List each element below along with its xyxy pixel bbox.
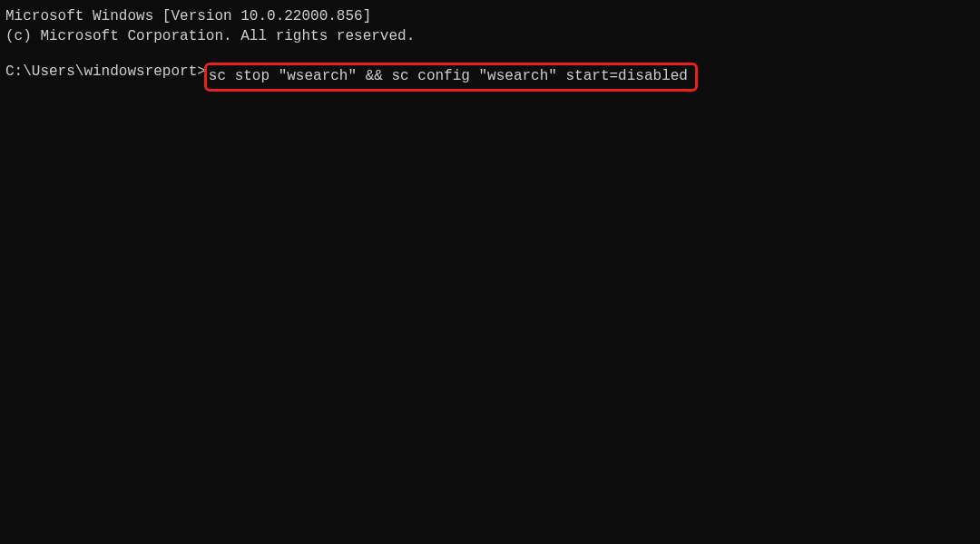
version-banner-line2: (c) Microsoft Corporation. All rights re… [5, 27, 975, 47]
version-banner-line1: Microsoft Windows [Version 10.0.22000.85… [5, 7, 975, 27]
command-line[interactable]: C:\Users\windowsreport>sc stop "wsearch"… [5, 63, 975, 92]
terminal-window[interactable]: Microsoft Windows [Version 10.0.22000.85… [5, 7, 975, 92]
prompt-path: C:\Users\windowsreport> [5, 63, 206, 83]
highlighted-command: sc stop "wsearch" && sc config "wsearch"… [204, 63, 698, 92]
